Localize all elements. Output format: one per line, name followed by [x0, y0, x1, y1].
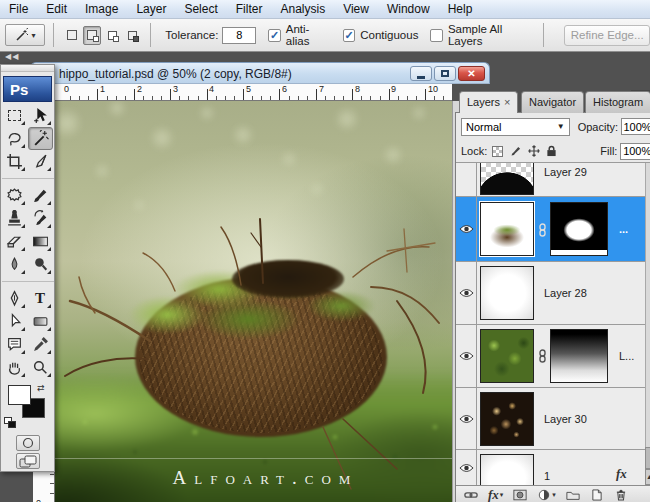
- blur-tool[interactable]: [2, 253, 27, 276]
- layer-fx-badge[interactable]: fx: [616, 466, 627, 482]
- tab-histogram[interactable]: Histogram: [585, 91, 650, 113]
- foreground-color-swatch[interactable]: [8, 385, 31, 405]
- magic-wand-tool[interactable]: [28, 127, 53, 150]
- lock-transparency-button[interactable]: [491, 145, 504, 158]
- swap-colors-icon[interactable]: ⇄: [37, 383, 45, 393]
- healing-brush-tool[interactable]: [2, 184, 27, 207]
- contiguous-checkbox[interactable]: ✓: [343, 29, 355, 42]
- maximize-button[interactable]: [434, 66, 456, 81]
- add-layer-mask-button[interactable]: [513, 489, 527, 501]
- tool-preset-picker[interactable]: ▾: [5, 24, 45, 46]
- layers-scrollbar-thumb[interactable]: [645, 447, 650, 469]
- layer-style-button[interactable]: fx▾: [488, 487, 503, 502]
- history-brush-tool[interactable]: [28, 207, 53, 230]
- close-button[interactable]: ✕: [458, 66, 485, 81]
- rectangular-marquee-tool[interactable]: [2, 104, 27, 127]
- brush-tool[interactable]: [28, 184, 53, 207]
- type-tool[interactable]: T: [28, 287, 53, 310]
- quick-mask-button[interactable]: [16, 435, 40, 451]
- menu-window[interactable]: Window: [378, 0, 439, 19]
- sample-all-layers-checkbox[interactable]: ✓: [430, 29, 442, 42]
- new-layer-button[interactable]: [590, 489, 604, 501]
- menu-analysis[interactable]: Analysis: [271, 0, 334, 19]
- tolerance-input[interactable]: [222, 27, 256, 44]
- subtract-from-selection-button[interactable]: [103, 26, 121, 45]
- visibility-toggle[interactable]: [456, 262, 477, 324]
- delete-layer-button[interactable]: [614, 489, 628, 501]
- gradient-tool[interactable]: [28, 230, 53, 253]
- zoom-tool[interactable]: [28, 356, 53, 379]
- menu-help[interactable]: Help: [439, 0, 482, 19]
- layer-row-selected[interactable]: ...: [456, 197, 650, 262]
- layer-row-layer28[interactable]: Layer 28: [456, 262, 650, 325]
- toolbox-grip[interactable]: [1, 65, 54, 72]
- layer-name[interactable]: Layer 28: [544, 287, 587, 299]
- lock-all-button[interactable]: [545, 145, 558, 158]
- clone-stamp-tool[interactable]: [2, 207, 27, 230]
- canvas-image[interactable]: Alfoart.com: [55, 101, 452, 502]
- move-tool[interactable]: [28, 104, 53, 127]
- anti-alias-checkbox[interactable]: ✓: [268, 29, 280, 42]
- eraser-tool[interactable]: [2, 230, 27, 253]
- layer-name[interactable]: L...: [619, 350, 634, 362]
- layer-mask-thumbnail[interactable]: [550, 329, 608, 383]
- add-to-selection-button[interactable]: [83, 26, 101, 45]
- document-title-bar[interactable]: hippo_tutorial.psd @ 50% (2 copy, RGB/8#…: [30, 62, 490, 84]
- shape-tool[interactable]: [28, 310, 53, 333]
- visibility-toggle[interactable]: [456, 388, 477, 449]
- new-group-button[interactable]: [566, 489, 580, 501]
- crop-tool[interactable]: [2, 150, 27, 173]
- slice-tool[interactable]: [28, 150, 53, 173]
- layer-row-moss[interactable]: L...: [456, 325, 650, 388]
- tab-navigator[interactable]: Navigator: [521, 91, 584, 113]
- scroll-up-button[interactable]: ▲: [645, 469, 650, 485]
- lock-position-button[interactable]: [527, 145, 540, 158]
- layer-thumbnail[interactable]: [480, 202, 534, 256]
- menu-edit[interactable]: Edit: [37, 0, 76, 19]
- menu-filter[interactable]: Filter: [227, 0, 272, 19]
- visibility-toggle[interactable]: [456, 197, 477, 261]
- layer-thumbnail[interactable]: [480, 392, 534, 446]
- layer-mask-thumbnail[interactable]: [550, 202, 608, 256]
- dodge-tool[interactable]: [28, 253, 53, 276]
- opacity-value[interactable]: 100%: [621, 118, 650, 135]
- link-layers-button[interactable]: [464, 489, 478, 501]
- adjustment-layer-button[interactable]: ▾: [537, 489, 556, 501]
- layer-name[interactable]: ...: [619, 223, 628, 235]
- layer-thumbnail[interactable]: [480, 163, 534, 195]
- layer-row-1[interactable]: 1 fx: [456, 450, 650, 485]
- visibility-toggle[interactable]: [456, 163, 477, 196]
- lock-pixels-button[interactable]: [509, 145, 522, 158]
- layer-name[interactable]: 1: [544, 470, 550, 482]
- pen-tool[interactable]: [2, 287, 27, 310]
- lasso-tool[interactable]: [2, 127, 27, 150]
- hand-tool[interactable]: [2, 356, 27, 379]
- refine-edge-button[interactable]: Refine Edge...: [564, 25, 650, 46]
- layer-name[interactable]: Layer 29: [544, 166, 587, 178]
- intersect-selection-button[interactable]: [123, 26, 141, 45]
- menu-image[interactable]: Image: [76, 0, 127, 19]
- notes-tool[interactable]: [2, 333, 27, 356]
- screen-mode-button[interactable]: [16, 453, 40, 469]
- toolbox-collapse-button[interactable]: ◀◀: [0, 52, 55, 64]
- layer-name[interactable]: Layer 30: [544, 413, 587, 425]
- eyedropper-tool[interactable]: [28, 333, 53, 356]
- menu-select[interactable]: Select: [175, 0, 226, 19]
- layers-scrollbar[interactable]: [645, 163, 650, 485]
- menu-file[interactable]: File: [0, 0, 37, 19]
- layer-thumbnail[interactable]: [480, 329, 534, 383]
- tab-layers[interactable]: Layers×: [459, 91, 518, 113]
- layer-row-layer30[interactable]: Layer 30: [456, 388, 650, 450]
- tab-close-icon[interactable]: ×: [504, 96, 510, 108]
- menu-view[interactable]: View: [334, 0, 378, 19]
- layer-thumbnail[interactable]: [480, 266, 534, 320]
- default-colors-icon[interactable]: [4, 417, 17, 429]
- layer-thumbnail[interactable]: [480, 454, 534, 485]
- blend-mode-dropdown[interactable]: Normal▼: [461, 118, 570, 136]
- path-selection-tool[interactable]: [2, 310, 27, 333]
- new-selection-button[interactable]: [63, 26, 81, 45]
- menu-layer[interactable]: Layer: [127, 0, 175, 19]
- fill-value[interactable]: 100%: [620, 143, 650, 160]
- visibility-toggle[interactable]: [456, 325, 477, 387]
- visibility-toggle[interactable]: [456, 450, 477, 485]
